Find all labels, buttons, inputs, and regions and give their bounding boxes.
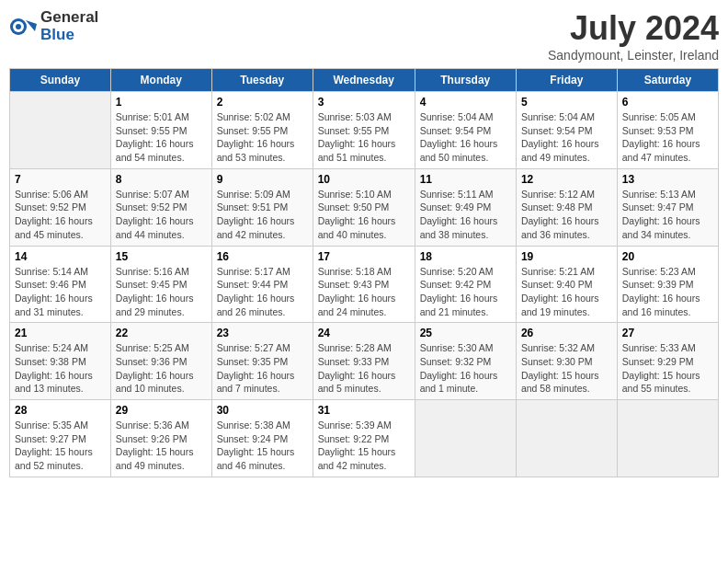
column-header-thursday: Thursday [415,69,516,92]
calendar-cell: 23Sunrise: 5:27 AMSunset: 9:35 PMDayligh… [211,323,313,400]
calendar-cell: 28Sunrise: 5:35 AMSunset: 9:27 PMDayligh… [10,400,111,477]
day-number: 31 [318,404,410,417]
day-info: Sunrise: 5:39 AMSunset: 9:22 PMDaylight:… [318,419,410,473]
location-subtitle: Sandymount, Leinster, Ireland [548,48,719,63]
calendar-cell: 9Sunrise: 5:09 AMSunset: 9:51 PMDaylight… [211,168,313,246]
day-info: Sunrise: 5:38 AMSunset: 9:24 PMDaylight:… [217,419,308,473]
day-number: 29 [116,404,207,417]
calendar-cell: 26Sunrise: 5:32 AMSunset: 9:30 PMDayligh… [516,323,617,400]
day-number: 10 [318,173,410,186]
day-info: Sunrise: 5:36 AMSunset: 9:26 PMDaylight:… [116,419,207,473]
column-header-friday: Friday [516,69,617,92]
calendar-cell: 27Sunrise: 5:33 AMSunset: 9:29 PMDayligh… [617,323,718,400]
calendar-cell: 30Sunrise: 5:38 AMSunset: 9:24 PMDayligh… [211,400,313,477]
calendar-week-row: 7Sunrise: 5:06 AMSunset: 9:52 PMDaylight… [10,168,719,246]
day-number: 17 [318,250,410,263]
calendar-cell [516,400,617,477]
day-number: 5 [521,96,612,109]
calendar-week-row: 21Sunrise: 5:24 AMSunset: 9:38 PMDayligh… [10,323,719,400]
column-header-saturday: Saturday [617,69,718,92]
day-number: 2 [217,96,308,109]
calendar-cell: 22Sunrise: 5:25 AMSunset: 9:36 PMDayligh… [110,323,211,400]
column-header-monday: Monday [110,69,211,92]
calendar-cell: 31Sunrise: 5:39 AMSunset: 9:22 PMDayligh… [313,400,415,477]
calendar-cell: 16Sunrise: 5:17 AMSunset: 9:44 PMDayligh… [211,246,313,323]
calendar-cell: 5Sunrise: 5:04 AMSunset: 9:54 PMDaylight… [516,92,617,169]
day-info: Sunrise: 5:13 AMSunset: 9:47 PMDaylight:… [622,188,713,242]
day-info: Sunrise: 5:18 AMSunset: 9:43 PMDaylight:… [318,265,410,319]
day-info: Sunrise: 5:33 AMSunset: 9:29 PMDaylight:… [622,341,713,396]
day-number: 6 [622,96,713,109]
month-year-title: July 2024 [548,9,719,48]
svg-marker-3 [26,20,37,31]
calendar-cell: 4Sunrise: 5:04 AMSunset: 9:54 PMDaylight… [415,92,516,169]
day-number: 23 [217,327,308,339]
day-number: 19 [521,250,612,263]
calendar-cell: 20Sunrise: 5:23 AMSunset: 9:39 PMDayligh… [617,246,718,323]
column-header-sunday: Sunday [10,69,111,92]
day-info: Sunrise: 5:21 AMSunset: 9:40 PMDaylight:… [521,265,612,319]
day-info: Sunrise: 5:30 AMSunset: 9:32 PMDaylight:… [420,341,511,396]
calendar-cell: 1Sunrise: 5:01 AMSunset: 9:55 PMDaylight… [110,92,211,169]
calendar-header-row: SundayMondayTuesdayWednesdayThursdayFrid… [10,69,719,92]
day-info: Sunrise: 5:16 AMSunset: 9:45 PMDaylight:… [116,265,207,319]
logo-icon [9,13,37,40]
calendar-cell: 14Sunrise: 5:14 AMSunset: 9:46 PMDayligh… [10,246,111,323]
day-number: 9 [217,173,308,186]
logo: General Blue [9,9,98,43]
day-info: Sunrise: 5:09 AMSunset: 9:51 PMDaylight:… [217,188,308,242]
day-number: 30 [217,404,308,417]
day-number: 12 [521,173,612,186]
day-number: 15 [116,250,207,263]
day-info: Sunrise: 5:28 AMSunset: 9:33 PMDaylight:… [318,341,410,396]
day-number: 16 [217,250,308,263]
calendar-cell: 3Sunrise: 5:03 AMSunset: 9:55 PMDaylight… [313,92,415,169]
page-header: General Blue July 2024 Sandymount, Leins… [9,9,719,63]
day-info: Sunrise: 5:06 AMSunset: 9:52 PMDaylight:… [15,188,106,242]
day-number: 26 [521,327,612,339]
day-info: Sunrise: 5:24 AMSunset: 9:38 PMDaylight:… [15,341,106,396]
day-info: Sunrise: 5:10 AMSunset: 9:50 PMDaylight:… [318,188,410,242]
calendar-week-row: 1Sunrise: 5:01 AMSunset: 9:55 PMDaylight… [10,92,719,169]
calendar-cell: 10Sunrise: 5:10 AMSunset: 9:50 PMDayligh… [313,168,415,246]
calendar-cell: 24Sunrise: 5:28 AMSunset: 9:33 PMDayligh… [313,323,415,400]
calendar-table: SundayMondayTuesdayWednesdayThursdayFrid… [9,68,719,477]
calendar-cell: 18Sunrise: 5:20 AMSunset: 9:42 PMDayligh… [415,246,516,323]
day-info: Sunrise: 5:23 AMSunset: 9:39 PMDaylight:… [622,265,713,319]
calendar-cell: 17Sunrise: 5:18 AMSunset: 9:43 PMDayligh… [313,246,415,323]
day-info: Sunrise: 5:11 AMSunset: 9:49 PMDaylight:… [420,188,511,242]
day-number: 28 [15,404,106,417]
calendar-cell: 21Sunrise: 5:24 AMSunset: 9:38 PMDayligh… [10,323,111,400]
column-header-wednesday: Wednesday [313,69,415,92]
calendar-cell: 15Sunrise: 5:16 AMSunset: 9:45 PMDayligh… [110,246,211,323]
day-info: Sunrise: 5:20 AMSunset: 9:42 PMDaylight:… [420,265,511,319]
day-info: Sunrise: 5:27 AMSunset: 9:35 PMDaylight:… [217,341,308,396]
day-number: 24 [318,327,410,339]
calendar-cell: 7Sunrise: 5:06 AMSunset: 9:52 PMDaylight… [10,168,111,246]
calendar-cell: 19Sunrise: 5:21 AMSunset: 9:40 PMDayligh… [516,246,617,323]
day-number: 14 [15,250,106,263]
day-info: Sunrise: 5:04 AMSunset: 9:54 PMDaylight:… [521,110,612,165]
day-number: 11 [420,173,511,186]
calendar-cell [617,400,718,477]
day-info: Sunrise: 5:35 AMSunset: 9:27 PMDaylight:… [15,419,106,473]
day-number: 25 [420,327,511,339]
day-info: Sunrise: 5:05 AMSunset: 9:53 PMDaylight:… [622,110,713,165]
day-number: 3 [318,96,410,109]
day-info: Sunrise: 5:03 AMSunset: 9:55 PMDaylight:… [318,110,410,165]
calendar-cell: 12Sunrise: 5:12 AMSunset: 9:48 PMDayligh… [516,168,617,246]
day-info: Sunrise: 5:32 AMSunset: 9:30 PMDaylight:… [521,341,612,396]
calendar-cell [10,92,111,169]
logo-blue-text: Blue [40,26,74,43]
calendar-week-row: 28Sunrise: 5:35 AMSunset: 9:27 PMDayligh… [10,400,719,477]
calendar-cell: 29Sunrise: 5:36 AMSunset: 9:26 PMDayligh… [110,400,211,477]
day-number: 27 [622,327,713,339]
logo-general-text: General [40,8,98,26]
calendar-cell: 6Sunrise: 5:05 AMSunset: 9:53 PMDaylight… [617,92,718,169]
calendar-week-row: 14Sunrise: 5:14 AMSunset: 9:46 PMDayligh… [10,246,719,323]
day-info: Sunrise: 5:14 AMSunset: 9:46 PMDaylight:… [15,265,106,319]
title-block: July 2024 Sandymount, Leinster, Ireland [548,9,719,63]
day-info: Sunrise: 5:02 AMSunset: 9:55 PMDaylight:… [217,110,308,165]
calendar-cell: 2Sunrise: 5:02 AMSunset: 9:55 PMDaylight… [211,92,313,169]
day-info: Sunrise: 5:07 AMSunset: 9:52 PMDaylight:… [116,188,207,242]
